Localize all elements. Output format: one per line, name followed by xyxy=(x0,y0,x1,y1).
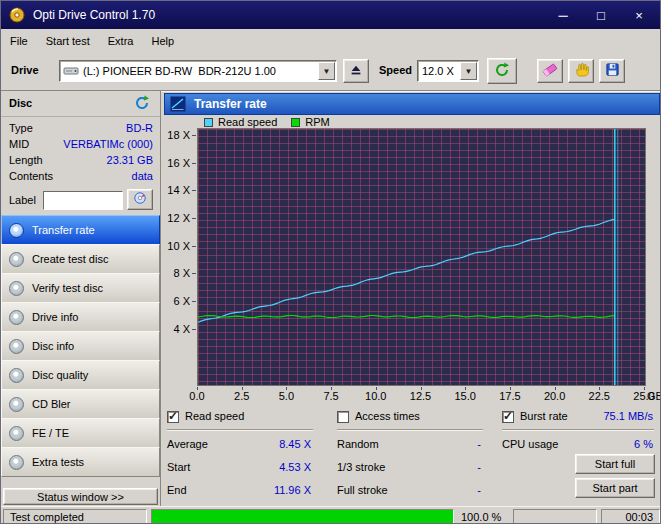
menu-file[interactable]: File xyxy=(1,32,37,50)
erase-disc-button[interactable] xyxy=(537,59,563,83)
maximize-button[interactable]: □ xyxy=(582,1,620,29)
one-third-stroke-label: 1/3 stroke xyxy=(337,461,385,473)
access-times-checkbox-label: Access times xyxy=(355,410,420,422)
y-tick-label: 12 X xyxy=(157,212,190,224)
access-times-checkbox[interactable]: ✓ xyxy=(337,411,349,423)
read-label-button[interactable] xyxy=(127,189,153,210)
close-button[interactable]: × xyxy=(620,1,658,29)
title-bar: Opti Drive Control 1.70 ─ □ × xyxy=(1,1,661,29)
eraser-icon xyxy=(542,62,558,81)
start-value: 4.53 X xyxy=(211,461,311,473)
disc-label-caption: Label xyxy=(9,194,36,206)
sidebar-item-label: CD Bler xyxy=(32,398,71,410)
disc-info-icon xyxy=(9,339,24,354)
refresh-button[interactable] xyxy=(487,58,517,84)
random-value: - xyxy=(381,438,481,450)
full-stroke-value: - xyxy=(381,484,481,496)
chart-plot xyxy=(197,128,646,386)
fe-te-icon xyxy=(9,426,24,441)
eject-button[interactable] xyxy=(343,59,369,83)
x-tick-label: 15.0 xyxy=(450,390,480,402)
disc-contents-label: Contents xyxy=(9,170,53,182)
refresh-icon xyxy=(494,62,510,81)
create-test-disc-icon xyxy=(9,252,24,267)
hand-icon xyxy=(574,62,589,80)
y-tick-label: 6 X xyxy=(157,295,190,307)
menu-help[interactable]: Help xyxy=(142,32,183,50)
disc-type-value: BD-R xyxy=(126,122,153,134)
sidebar-item-label: Extra tests xyxy=(32,456,84,468)
sidebar-item-disc-quality[interactable]: Disc quality xyxy=(1,360,160,390)
window-controls: ─ □ × xyxy=(544,1,658,29)
divider xyxy=(167,429,313,430)
x-tick-label: 0.0 xyxy=(182,390,212,402)
read-speed-swatch xyxy=(204,118,213,127)
speed-label: Speed xyxy=(379,64,412,76)
sidebar-item-fe-te[interactable]: FE / TE xyxy=(1,418,160,448)
disc-panel-header: Disc xyxy=(1,91,160,117)
x-tick-label: 12.5 xyxy=(406,390,436,402)
x-tick-mark xyxy=(510,387,511,390)
sidebar-item-extra-tests[interactable]: Extra tests xyxy=(1,447,160,477)
sidebar-item-label: Disc quality xyxy=(32,369,88,381)
preferences-button[interactable] xyxy=(568,59,594,83)
check-icon: ✓ xyxy=(503,409,513,423)
sidebar-item-label: Disc info xyxy=(32,340,74,352)
y-tick-mark xyxy=(192,246,196,247)
sidebar-item-label: Create test disc xyxy=(32,253,108,265)
disc-refresh-button[interactable] xyxy=(134,95,152,113)
x-axis-unit: GB xyxy=(647,390,661,402)
sidebar-item-cd-bler[interactable]: CD Bler xyxy=(1,389,160,419)
status-bar: Test completed 100.0 % 00:03 xyxy=(1,506,661,524)
drive-icon xyxy=(63,63,79,79)
status-window-button[interactable]: Status window >> xyxy=(3,488,158,505)
x-tick-mark xyxy=(599,387,600,390)
sidebar-item-label: Verify test disc xyxy=(32,282,103,294)
toolbar: Drive (L:) PIONEER BD-RW BDR-212U 1.00 ▼… xyxy=(1,52,661,91)
y-tick-mark xyxy=(192,301,196,302)
burst-rate-checkbox[interactable]: ✓ xyxy=(502,411,514,423)
random-label: Random xyxy=(337,438,379,450)
start-part-button[interactable]: Start part xyxy=(575,478,655,498)
sidebar-item-transfer-rate[interactable]: Transfer rate xyxy=(1,215,160,245)
y-tick-label: 18 X xyxy=(157,129,190,141)
label-input[interactable] xyxy=(43,191,123,210)
chevron-down-icon[interactable]: ▼ xyxy=(460,62,477,80)
app-window: Opti Drive Control 1.70 ─ □ × File Start… xyxy=(0,0,661,524)
sidebar-item-verify-test-disc[interactable]: Verify test disc xyxy=(1,273,160,303)
drive-select[interactable]: (L:) PIONEER BD-RW BDR-212U 1.00 ▼ xyxy=(59,60,337,82)
disc-mid-value: VERBATIMc (000) xyxy=(63,138,153,150)
average-value: 8.45 X xyxy=(211,438,311,450)
menu-start-test[interactable]: Start test xyxy=(37,32,99,50)
read-speed-checkbox[interactable]: ✓ xyxy=(167,411,179,423)
disc-contents-value: data xyxy=(132,170,153,182)
x-tick-label: 5.0 xyxy=(271,390,301,402)
chevron-down-icon[interactable]: ▼ xyxy=(318,62,335,80)
sidebar-item-label: Drive info xyxy=(32,311,78,323)
disc-panel: Disc Type BD-R MID VERBATIMc (000) Lengt… xyxy=(1,91,161,506)
speed-select[interactable]: 12.0 X ▼ xyxy=(417,60,479,82)
sidebar-item-create-test-disc[interactable]: Create test disc xyxy=(1,244,160,274)
extra-tests-icon xyxy=(9,455,24,470)
x-tick-label: 7.5 xyxy=(316,390,346,402)
x-tick-label: 22.5 xyxy=(584,390,614,402)
elapsed-time-panel: 00:03 xyxy=(601,509,660,524)
x-tick-mark xyxy=(376,387,377,390)
sidebar-item-disc-info[interactable]: Disc info xyxy=(1,331,160,361)
verify-test-disc-icon xyxy=(9,281,24,296)
transfer-rate-icon xyxy=(170,96,186,112)
sidebar-item-drive-info[interactable]: Drive info xyxy=(1,302,160,332)
start-full-button[interactable]: Start full xyxy=(575,454,655,474)
y-tick-label: 14 X xyxy=(157,184,190,196)
end-value: 11.96 X xyxy=(211,484,311,496)
minimize-button[interactable]: ─ xyxy=(544,1,582,29)
status-message-panel: Test completed xyxy=(3,509,147,524)
menu-extra[interactable]: Extra xyxy=(99,32,143,50)
end-label: End xyxy=(167,484,187,496)
cpu-usage-value: 6 % xyxy=(553,438,653,450)
one-third-stroke-value: - xyxy=(381,461,481,473)
y-tick-mark xyxy=(192,329,196,330)
save-button[interactable] xyxy=(599,59,625,83)
menu-bar: File Start test Extra Help xyxy=(1,29,661,52)
x-tick-mark xyxy=(465,387,466,390)
